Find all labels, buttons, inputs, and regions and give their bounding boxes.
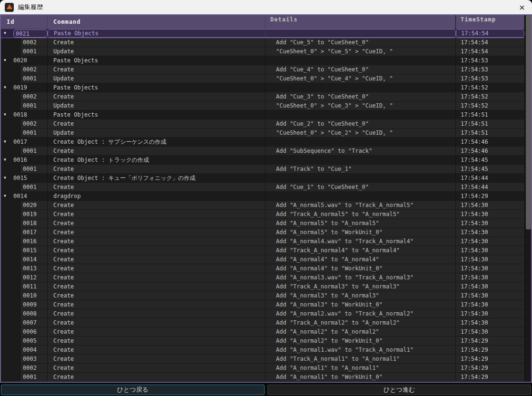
table-row[interactable]: ▼ 0018 Paste Objects 17:54:51	[1, 110, 524, 119]
table-row[interactable]: ▼ 0001 Create Add "A_normal1" to "WorkUn…	[1, 373, 524, 382]
undo-one-button[interactable]: ひとつ戻る	[1, 385, 265, 395]
table-row[interactable]: ▼ 0003 Create Add "Track_A_normal1" to "…	[1, 355, 524, 364]
row-command: Create	[48, 165, 266, 173]
table-row[interactable]: ▼ 0012 Create Add "A_normal3.wav" to "Tr…	[1, 273, 524, 282]
column-header-timestamp[interactable]: TimeStamp	[456, 15, 524, 29]
row-id: 0001	[23, 48, 37, 55]
table-row[interactable]: ▼ 0001 Update "CueSheet_0" > "Cue_4" > "…	[1, 74, 524, 83]
row-middle: Create Add "A_normal1" to "A_normal1"	[48, 364, 456, 372]
row-timestamp: 17:54:44	[456, 183, 524, 191]
table-row[interactable]: ▼ 0019 Paste Objects 17:54:52	[1, 83, 524, 92]
expand-triangle-icon[interactable]: ▼	[4, 156, 13, 164]
row-details	[266, 83, 456, 92]
table-row[interactable]: ▼ 0001 Update "CueSheet_0" > "Cue_3" > "…	[1, 101, 524, 110]
table-row[interactable]: ▼ 0021 Paste Objects 17:54:54	[1, 29, 524, 38]
id-cell: ▼ 0009	[1, 300, 48, 309]
table-row[interactable]: ▼ 0014 Create Add "A_normal4" to "A_norm…	[1, 255, 524, 264]
table-row[interactable]: ▼ 0020 Create Add "A_normal5.wav" to "Tr…	[1, 201, 524, 210]
expand-triangle-icon[interactable]: ▼	[4, 56, 13, 65]
row-command: Create	[48, 355, 266, 363]
scrollbar-thumb[interactable]	[526, 15, 531, 229]
column-header-command[interactable]: Command	[48, 15, 266, 29]
table-row[interactable]: ▼ 0002 Create Add "Cue_5" to "CueSheet_0…	[1, 38, 524, 47]
table-row[interactable]: ▼ 0013 Create Add "A_normal4" to "WorkUn…	[1, 264, 524, 273]
expand-triangle-icon[interactable]: ▼	[4, 174, 13, 182]
table-row[interactable]: ▼ 0002 Create Add "Cue_2" to "CueSheet_0…	[1, 119, 524, 129]
table-row[interactable]: ▼ 0002 Create Add "A_normal1" to "A_norm…	[1, 364, 524, 373]
row-id: 0004	[23, 346, 37, 353]
row-command: Create	[48, 373, 266, 381]
id-cell: ▼ 0013	[1, 264, 48, 273]
row-command: Create	[48, 228, 266, 237]
table-row[interactable]: ▼ 0016 Create Object : トラックの作成 17:54:45	[1, 156, 524, 165]
expand-triangle-icon[interactable]: ▼	[4, 83, 13, 92]
id-cell: ▼ 0002	[1, 364, 48, 372]
row-command: Create	[48, 300, 266, 309]
row-timestamp: 17:54:29	[456, 337, 524, 345]
table-row[interactable]: ▼ 0014 dragdrop 17:54:29	[1, 192, 524, 201]
row-details: Add "Track_A_normal5" to "A_normal5"	[266, 210, 456, 218]
table-row[interactable]: ▼ 0004 Create Add "A_normal1.wav" to "Tr…	[1, 346, 524, 355]
row-details	[266, 192, 456, 200]
table-row[interactable]: ▼ 0002 Create Add "Cue_3" to "CueSheet_0…	[1, 92, 524, 101]
row-id: 0001	[23, 374, 37, 380]
row-id: 0018	[13, 111, 27, 118]
row-id: 0001	[23, 148, 37, 154]
expand-triangle-icon[interactable]: ▼	[4, 192, 13, 200]
row-command: Paste Objects	[48, 83, 266, 92]
row-id: 0014	[23, 256, 37, 263]
table-row[interactable]: ▼ 0008 Create Add "A_normal2.wav" to "Tr…	[1, 309, 524, 318]
vertical-scrollbar[interactable]	[525, 15, 531, 382]
table-row[interactable]: ▼ 0006 Create Add "A_normal2" to "A_norm…	[1, 327, 524, 337]
table-row[interactable]: ▼ 0017 Create Object : サブシーケンスの作成 17:54:…	[1, 138, 524, 147]
id-cell: ▼ 0021	[1, 29, 48, 38]
table-row[interactable]: ▼ 0002 Create Add "Cue_4" to "CueSheet_0…	[1, 65, 524, 74]
expand-triangle-icon[interactable]: ▼	[4, 110, 13, 119]
table-row[interactable]: ▼ 0015 Create Add "Track_A_normal4" to "…	[1, 246, 524, 255]
table-row[interactable]: ▼ 0009 Create Add "A_normal3" to "WorkUn…	[1, 300, 524, 309]
table-row[interactable]: ▼ 0005 Create Add "A_normal2" to "WorkUn…	[1, 337, 524, 346]
table-row[interactable]: ▼ 0018 Create Add "A_normal5" to "A_norm…	[1, 219, 524, 228]
id-cell: ▼ 0004	[1, 346, 48, 354]
table-row[interactable]: ▼ 0007 Create Add "Track_A_normal2" to "…	[1, 318, 524, 327]
row-id: 0019	[23, 211, 37, 218]
id-cell: ▼ 0015	[1, 174, 48, 182]
id-cell: ▼ 0010	[1, 291, 48, 300]
row-timestamp: 17:54:30	[456, 201, 524, 209]
row-middle: Create Add "A_normal4" to "WorkUnit_0"	[48, 264, 456, 273]
row-details	[266, 138, 456, 146]
expand-triangle-icon[interactable]: ▼	[4, 138, 13, 146]
table-row[interactable]: ▼ 0015 Create Object : キュー「ポリフォニック」の作成 1…	[1, 174, 524, 183]
table-row[interactable]: ▼ 0001 Update "CueSheet_0" > "Cue_5" > "…	[1, 47, 524, 56]
row-details: Add "Cue_3" to "CueSheet_0"	[266, 92, 456, 101]
row-details: Add "Cue_1" to "CueSheet_0"	[266, 183, 456, 191]
table-row[interactable]: ▼ 0010 Create Add "A_normal3" to "A_norm…	[1, 291, 524, 300]
table-row[interactable]: ▼ 0019 Create Add "Track_A_normal5" to "…	[1, 210, 524, 219]
table-row[interactable]: ▼ 0020 Paste Objects 17:54:53	[1, 56, 524, 65]
expand-triangle-icon[interactable]: ▼	[4, 29, 13, 38]
table-row[interactable]: ▼ 0011 Create Add "Track_A_normal3" to "…	[1, 282, 524, 291]
column-header-id[interactable]: Id	[1, 15, 48, 29]
row-details: Add "Cue_5" to "CueSheet_0"	[266, 38, 456, 47]
row-details	[266, 30, 456, 37]
row-command: Create Object : キュー「ポリフォニック」の作成	[48, 174, 266, 182]
row-id: 0010	[23, 292, 37, 299]
row-details: "CueSheet_0" > "Cue_4" > "CueID, "	[266, 74, 456, 83]
titlebar: 編集履歴 ×	[0, 0, 532, 14]
row-middle: Create Add "Track_A_normal5" to "A_norma…	[48, 210, 456, 218]
row-timestamp: 17:54:46	[456, 147, 524, 155]
table-row[interactable]: ▼ 0017 Create Add "A_normal5" to "WorkUn…	[1, 228, 524, 237]
close-button[interactable]: ×	[515, 1, 529, 13]
table-row[interactable]: ▼ 0016 Create Add "A_normal4.wav" to "Tr…	[1, 237, 524, 246]
id-cell: ▼ 0017	[1, 228, 48, 237]
table-row[interactable]: ▼ 0001 Create Add "Cue_1" to "CueSheet_0…	[1, 183, 524, 192]
row-timestamp: 17:54:54	[456, 47, 524, 56]
id-cell: ▼ 0019	[1, 210, 48, 218]
table-row[interactable]: ▼ 0001 Update "CueSheet_0" > "Cue_2" > "…	[1, 129, 524, 138]
redo-one-button[interactable]: ひとつ進む	[267, 385, 531, 395]
table-row[interactable]: ▼ 0001 Create Add "Track" to "Cue_1" 17:…	[1, 165, 524, 174]
row-details: "CueSheet_0" > "Cue_3" > "CueID, "	[266, 101, 456, 110]
table-row[interactable]: ▼ 0001 Create Add "SubSequence" to "Trac…	[1, 147, 524, 156]
column-header-details[interactable]: Details	[266, 15, 456, 29]
id-cell: ▼ 0002	[1, 65, 48, 74]
